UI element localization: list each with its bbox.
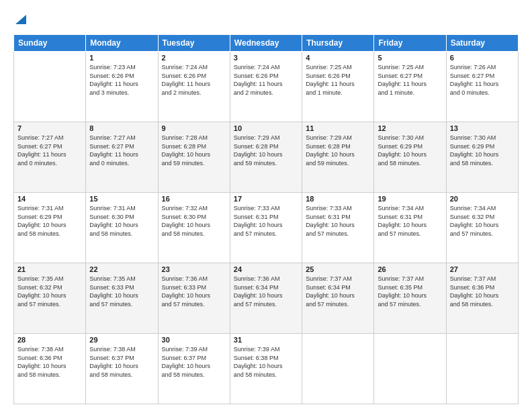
calendar-cell: 5Sunrise: 7:25 AMSunset: 6:27 PMDaylight… [374,52,446,122]
day-number: 8 [89,124,154,132]
calendar-cell: 1Sunrise: 7:23 AMSunset: 6:26 PMDaylight… [86,52,158,122]
calendar-cell: 11Sunrise: 7:29 AMSunset: 6:28 PMDayligh… [302,122,374,193]
day-info: Sunrise: 7:39 AMSunset: 6:38 PMDaylight:… [234,345,298,379]
day-info: Sunrise: 7:31 AMSunset: 6:29 PMDaylight:… [17,204,82,238]
calendar-cell [374,334,446,404]
day-info: Sunrise: 7:25 AMSunset: 6:26 PMDaylight:… [306,63,370,97]
calendar-cell: 12Sunrise: 7:30 AMSunset: 6:29 PMDayligh… [374,122,446,193]
day-info: Sunrise: 7:27 AMSunset: 6:27 PMDaylight:… [17,134,82,167]
day-info: Sunrise: 7:38 AMSunset: 6:36 PMDaylight:… [17,345,82,379]
day-number: 17 [234,195,298,203]
day-number: 10 [234,124,298,132]
day-number: 1 [89,54,154,62]
day-info: Sunrise: 7:29 AMSunset: 6:28 PMDaylight:… [234,134,298,167]
day-number: 16 [162,195,226,203]
calendar-cell: 29Sunrise: 7:38 AMSunset: 6:37 PMDayligh… [86,334,158,404]
day-number: 5 [378,54,442,62]
day-number: 22 [89,265,154,273]
day-number: 30 [162,336,226,344]
calendar-cell: 18Sunrise: 7:33 AMSunset: 6:31 PMDayligh… [302,193,374,263]
day-number: 26 [378,265,442,273]
calendar-cell [302,334,374,404]
day-info: Sunrise: 7:28 AMSunset: 6:28 PMDaylight:… [162,134,226,167]
calendar-cell: 31Sunrise: 7:39 AMSunset: 6:38 PMDayligh… [230,334,302,404]
day-number: 29 [89,336,154,344]
day-number: 28 [17,336,82,344]
day-number: 25 [306,265,370,273]
day-number: 31 [234,336,298,344]
day-info: Sunrise: 7:36 AMSunset: 6:33 PMDaylight:… [162,275,226,308]
day-number: 6 [450,54,515,62]
day-number: 3 [234,54,298,62]
calendar-cell: 6Sunrise: 7:26 AMSunset: 6:27 PMDaylight… [446,52,518,122]
header [13,12,519,28]
day-info: Sunrise: 7:34 AMSunset: 6:32 PMDaylight:… [450,204,515,238]
day-info: Sunrise: 7:34 AMSunset: 6:31 PMDaylight:… [378,204,442,238]
calendar-cell: 3Sunrise: 7:24 AMSunset: 6:26 PMDaylight… [230,52,302,122]
calendar-week-row: 1Sunrise: 7:23 AMSunset: 6:26 PMDaylight… [14,52,519,122]
day-number: 7 [17,124,82,132]
calendar-cell: 28Sunrise: 7:38 AMSunset: 6:36 PMDayligh… [14,334,86,404]
day-info: Sunrise: 7:29 AMSunset: 6:28 PMDaylight:… [306,134,370,167]
day-number: 13 [450,124,515,132]
calendar-cell [14,52,86,122]
day-number: 20 [450,195,515,203]
calendar-cell: 15Sunrise: 7:31 AMSunset: 6:30 PMDayligh… [86,193,158,263]
day-info: Sunrise: 7:38 AMSunset: 6:37 PMDaylight:… [89,345,154,379]
calendar-cell: 30Sunrise: 7:39 AMSunset: 6:37 PMDayligh… [158,334,230,404]
calendar-cell: 22Sunrise: 7:35 AMSunset: 6:33 PMDayligh… [86,263,158,334]
day-number: 9 [162,124,226,132]
day-number: 11 [306,124,370,132]
calendar-header-tuesday: Tuesday [158,35,230,52]
page-container: SundayMondayTuesdayWednesdayThursdayFrid… [0,0,532,411]
day-info: Sunrise: 7:24 AMSunset: 6:26 PMDaylight:… [234,63,298,97]
day-number: 19 [378,195,442,203]
day-info: Sunrise: 7:36 AMSunset: 6:34 PMDaylight:… [234,275,298,308]
calendar-cell: 27Sunrise: 7:37 AMSunset: 6:36 PMDayligh… [446,263,518,334]
calendar-cell: 20Sunrise: 7:34 AMSunset: 6:32 PMDayligh… [446,193,518,263]
day-info: Sunrise: 7:37 AMSunset: 6:34 PMDaylight:… [306,275,370,308]
svg-marker-0 [15,15,26,24]
calendar-cell: 16Sunrise: 7:32 AMSunset: 6:30 PMDayligh… [158,193,230,263]
day-info: Sunrise: 7:35 AMSunset: 6:32 PMDaylight:… [17,275,82,308]
day-number: 21 [17,265,82,273]
day-number: 23 [162,265,226,273]
calendar-header-sunday: Sunday [14,35,86,52]
calendar-header-monday: Monday [86,35,158,52]
day-info: Sunrise: 7:33 AMSunset: 6:31 PMDaylight:… [234,204,298,238]
day-info: Sunrise: 7:30 AMSunset: 6:29 PMDaylight:… [378,134,442,167]
day-number: 15 [89,195,154,203]
calendar-cell: 8Sunrise: 7:27 AMSunset: 6:27 PMDaylight… [86,122,158,193]
calendar-header-saturday: Saturday [446,35,518,52]
day-info: Sunrise: 7:23 AMSunset: 6:26 PMDaylight:… [89,63,154,97]
calendar-cell: 24Sunrise: 7:36 AMSunset: 6:34 PMDayligh… [230,263,302,334]
day-info: Sunrise: 7:26 AMSunset: 6:27 PMDaylight:… [450,63,515,97]
calendar-cell: 4Sunrise: 7:25 AMSunset: 6:26 PMDaylight… [302,52,374,122]
day-info: Sunrise: 7:27 AMSunset: 6:27 PMDaylight:… [89,134,154,167]
day-number: 12 [378,124,442,132]
calendar-week-row: 21Sunrise: 7:35 AMSunset: 6:32 PMDayligh… [14,263,519,334]
calendar-header-thursday: Thursday [302,35,374,52]
calendar-cell [446,334,518,404]
calendar-cell: 17Sunrise: 7:33 AMSunset: 6:31 PMDayligh… [230,193,302,263]
day-number: 4 [306,54,370,62]
calendar-cell: 2Sunrise: 7:24 AMSunset: 6:26 PMDaylight… [158,52,230,122]
calendar-week-row: 14Sunrise: 7:31 AMSunset: 6:29 PMDayligh… [14,193,519,263]
logo [13,12,26,28]
calendar-cell: 9Sunrise: 7:28 AMSunset: 6:28 PMDaylight… [158,122,230,193]
day-info: Sunrise: 7:37 AMSunset: 6:35 PMDaylight:… [378,275,442,308]
calendar-header-row: SundayMondayTuesdayWednesdayThursdayFrid… [14,35,519,52]
day-number: 18 [306,195,370,203]
day-info: Sunrise: 7:39 AMSunset: 6:37 PMDaylight:… [162,345,226,379]
calendar-header-friday: Friday [374,35,446,52]
calendar-week-row: 7Sunrise: 7:27 AMSunset: 6:27 PMDaylight… [14,122,519,193]
day-info: Sunrise: 7:35 AMSunset: 6:33 PMDaylight:… [89,275,154,308]
logo-icon [15,15,26,24]
day-info: Sunrise: 7:32 AMSunset: 6:30 PMDaylight:… [162,204,226,238]
calendar-cell: 19Sunrise: 7:34 AMSunset: 6:31 PMDayligh… [374,193,446,263]
calendar-cell: 25Sunrise: 7:37 AMSunset: 6:34 PMDayligh… [302,263,374,334]
day-info: Sunrise: 7:37 AMSunset: 6:36 PMDaylight:… [450,275,515,308]
calendar-cell: 21Sunrise: 7:35 AMSunset: 6:32 PMDayligh… [14,263,86,334]
calendar-cell: 26Sunrise: 7:37 AMSunset: 6:35 PMDayligh… [374,263,446,334]
calendar-week-row: 28Sunrise: 7:38 AMSunset: 6:36 PMDayligh… [14,334,519,404]
